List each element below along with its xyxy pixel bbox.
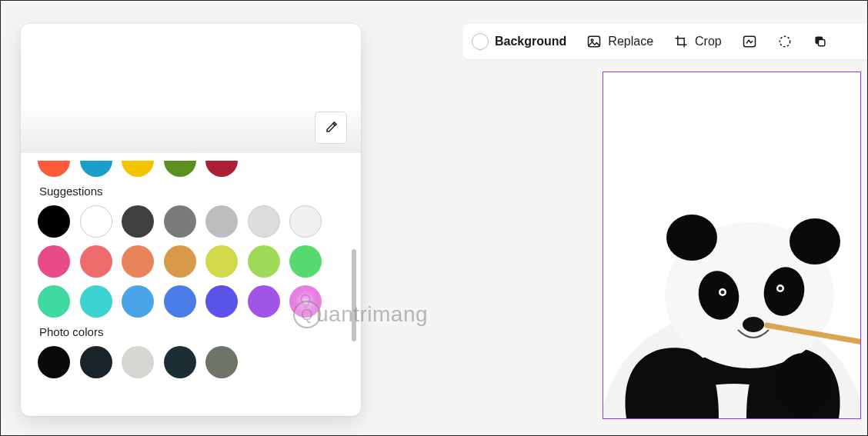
scrollbar-thumb[interactable] [352, 249, 356, 341]
color-swatch[interactable] [289, 205, 322, 238]
color-swatch[interactable] [80, 285, 112, 318]
eyedropper-button[interactable] [315, 111, 347, 144]
color-preview-area [21, 24, 361, 153]
suggestions-row [38, 205, 344, 238]
adjust-icon [742, 34, 757, 49]
photo-colors-heading: Photo colors [39, 325, 344, 338]
svg-point-18 [776, 353, 831, 414]
swatch-scroll-region: Suggestions Photo colors [21, 153, 361, 416]
background-none-icon [472, 33, 489, 50]
svg-point-1 [592, 39, 594, 42]
color-swatch[interactable] [205, 346, 238, 378]
suggestions-row [38, 285, 344, 318]
toolbar-more-button[interactable] [811, 29, 830, 54]
svg-rect-0 [589, 36, 600, 46]
svg-point-16 [743, 317, 764, 332]
color-swatch[interactable] [122, 205, 154, 238]
color-swatch[interactable] [164, 161, 196, 177]
dashed-circle-icon [777, 34, 793, 49]
svg-point-15 [779, 287, 783, 291]
color-swatch[interactable] [164, 285, 196, 318]
image-icon [586, 34, 602, 49]
tab-background[interactable]: Background [470, 28, 568, 55]
color-swatch[interactable] [38, 285, 70, 318]
color-swatch[interactable] [80, 245, 112, 278]
lightbulb-icon [297, 293, 314, 310]
color-picker-panel: Suggestions Photo colors [21, 24, 361, 416]
color-swatch[interactable] [38, 205, 70, 238]
suggestions-row [38, 245, 344, 278]
color-swatch[interactable] [205, 245, 238, 278]
toolbar-select-button[interactable] [776, 29, 794, 54]
tab-replace[interactable]: Replace [585, 29, 655, 54]
tab-label: Background [495, 35, 566, 48]
crop-icon [673, 34, 689, 49]
color-swatch[interactable] [80, 161, 112, 177]
photo-colors-row [38, 346, 344, 378]
color-swatch[interactable] [248, 205, 280, 238]
suggestions-heading: Suggestions [39, 185, 344, 198]
panda-image [603, 195, 861, 418]
swatch-row-partial [38, 161, 344, 177]
color-swatch[interactable] [164, 346, 196, 378]
color-swatch-new[interactable] [289, 285, 322, 318]
color-swatch[interactable] [80, 205, 112, 238]
color-swatch[interactable] [289, 245, 322, 278]
color-swatch[interactable] [164, 205, 196, 238]
color-swatch[interactable] [122, 346, 154, 378]
color-swatch[interactable] [205, 161, 238, 177]
color-swatch[interactable] [80, 346, 112, 378]
color-swatch[interactable] [248, 285, 280, 318]
color-swatch[interactable] [248, 245, 280, 278]
eyedropper-icon [323, 120, 339, 135]
color-swatch[interactable] [38, 161, 70, 177]
svg-point-9 [790, 218, 840, 265]
layers-icon [813, 34, 828, 49]
color-swatch[interactable] [122, 285, 154, 318]
svg-point-13 [721, 291, 725, 295]
color-swatch[interactable] [164, 245, 196, 278]
color-swatch[interactable] [122, 161, 154, 177]
toolbar-adjust-button[interactable] [740, 29, 759, 54]
svg-rect-5 [818, 40, 824, 46]
tab-label: Crop [695, 35, 722, 48]
svg-point-8 [666, 215, 717, 261]
color-swatch[interactable] [38, 346, 70, 378]
tab-label: Replace [608, 35, 653, 48]
image-toolbar: Background Replace Crop [462, 24, 867, 59]
color-swatch[interactable] [122, 245, 154, 278]
color-swatch[interactable] [38, 245, 70, 278]
canvas-selected-image[interactable] [603, 72, 861, 419]
tab-crop[interactable]: Crop [672, 29, 723, 54]
color-swatch[interactable] [205, 285, 238, 318]
svg-point-3 [780, 36, 790, 46]
color-swatch[interactable] [205, 205, 238, 238]
